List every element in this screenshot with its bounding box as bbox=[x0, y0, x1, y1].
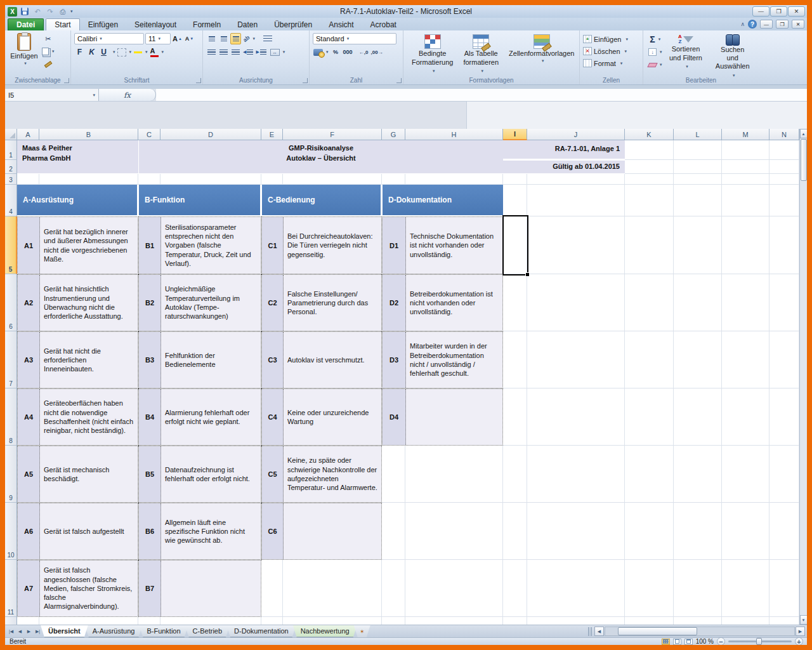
fill-color-icon[interactable]: ▾ bbox=[133, 46, 148, 58]
increase-indent-icon[interactable]: ▶ bbox=[255, 46, 266, 58]
column-header-I[interactable]: I bbox=[503, 129, 527, 140]
cell-C1-desc[interactable]: Bei Durchreicheautoklaven: Die Türen ver… bbox=[284, 217, 381, 274]
workbook-close-button[interactable]: ✕ bbox=[792, 20, 804, 29]
tab-ueberpruefen[interactable]: Überprüfen bbox=[266, 18, 320, 30]
cell-company[interactable]: Maas & PeitherPharma GmbH bbox=[17, 140, 138, 173]
horizontal-scroll-thumb[interactable] bbox=[618, 627, 697, 635]
column-header-K[interactable]: K bbox=[625, 129, 674, 140]
cell-C2[interactable]: C2 bbox=[262, 275, 284, 331]
cell-B7-desc[interactable] bbox=[161, 560, 261, 616]
category-ausruestung[interactable]: A-Ausrüstung bbox=[17, 185, 137, 215]
cell-A1-desc[interactable]: Gerät hat bezüglich innerer und äußerer … bbox=[40, 217, 138, 274]
cell-C6[interactable]: C6 bbox=[262, 503, 284, 559]
cell-B6-desc[interactable]: Allgemein läuft eine spezifische Funktio… bbox=[161, 503, 261, 559]
bold-button[interactable]: F bbox=[74, 46, 85, 58]
active-cell-selection[interactable] bbox=[502, 215, 528, 275]
alignment-dialog-launcher[interactable] bbox=[303, 78, 308, 83]
comma-style-icon[interactable]: 000 bbox=[343, 46, 353, 58]
zoom-slider[interactable] bbox=[728, 640, 792, 642]
cell-C4[interactable]: C4 bbox=[262, 389, 284, 445]
align-left-icon[interactable] bbox=[206, 46, 217, 58]
column-header-D[interactable]: D bbox=[160, 129, 261, 140]
row-header-11[interactable]: 11 bbox=[5, 560, 17, 617]
font-size-combo[interactable]: 11▾ bbox=[145, 33, 171, 44]
insert-cells-button[interactable]: +Einfügen▾ bbox=[583, 33, 640, 45]
vertical-scroll-thumb[interactable] bbox=[801, 139, 807, 181]
italic-button[interactable]: K bbox=[86, 46, 97, 58]
cell-B5[interactable]: B5 bbox=[139, 446, 161, 502]
column-header-B[interactable]: B bbox=[39, 129, 138, 140]
number-dialog-launcher[interactable] bbox=[396, 78, 402, 83]
cell-C1[interactable]: C1 bbox=[262, 217, 284, 274]
cell-C6-desc[interactable] bbox=[284, 503, 381, 559]
cell-C3-desc[interactable]: Autoklav ist verschmutzt. bbox=[284, 332, 381, 388]
vertical-scrollbar[interactable]: ▲ ▼ bbox=[799, 129, 807, 625]
sheet-tab-uebersicht[interactable]: Übersicht bbox=[41, 625, 88, 637]
paste-button[interactable]: Einfügen ▾ bbox=[8, 33, 40, 70]
row-header-9[interactable]: 9 bbox=[5, 446, 17, 503]
tab-datei[interactable]: Datei bbox=[8, 18, 44, 30]
autosum-icon[interactable]: Σ▾ bbox=[648, 34, 663, 45]
cell-C5[interactable]: C5 bbox=[262, 446, 284, 502]
cell-A6-desc[interactable]: Gerät ist falsch aufgestellt bbox=[40, 503, 138, 559]
horizontal-scrollbar[interactable]: ◀ ▶ bbox=[588, 625, 807, 637]
number-format-combo[interactable]: Standard▾ bbox=[313, 33, 396, 44]
zoom-slider-thumb[interactable] bbox=[756, 638, 762, 645]
cell-B4-desc[interactable]: Alarmierung fehlerhaft oder erfolgt nich… bbox=[161, 389, 261, 445]
wrap-text-icon[interactable] bbox=[262, 33, 273, 44]
minimize-ribbon-icon[interactable]: ∧ bbox=[740, 21, 745, 27]
cell-B7[interactable]: B7 bbox=[139, 560, 161, 616]
percent-style-icon[interactable]: % bbox=[331, 46, 341, 58]
cell-C4-desc[interactable]: Keine oder unzureichende Wartung bbox=[284, 389, 381, 445]
borders-icon[interactable]: ▾ bbox=[117, 46, 133, 58]
font-color-icon[interactable]: A▾ bbox=[150, 46, 165, 58]
orientation-icon[interactable]: ab▾ bbox=[242, 33, 256, 44]
clear-icon[interactable]: ▾ bbox=[648, 59, 663, 70]
horizontal-scroll-track[interactable] bbox=[605, 627, 795, 636]
font-dialog-launcher[interactable] bbox=[196, 78, 201, 83]
find-select-button[interactable]: Suchen und Auswählen ▾ bbox=[709, 33, 756, 80]
select-all-corner[interactable] bbox=[5, 129, 17, 140]
cell-C2-desc[interactable]: Falsche Einstellungen/ Parametrierung du… bbox=[284, 275, 381, 331]
decrease-decimal-icon[interactable]: ,00→ bbox=[370, 46, 384, 58]
tab-split-handle[interactable] bbox=[588, 627, 592, 636]
undo-icon[interactable]: ↶ bbox=[32, 7, 43, 17]
cell-D4[interactable]: D4 bbox=[383, 389, 406, 445]
row-header-8[interactable]: 8 bbox=[5, 388, 17, 446]
align-right-icon[interactable] bbox=[230, 46, 241, 58]
row-header-1[interactable]: 1 bbox=[5, 140, 17, 160]
tab-einfuegen[interactable]: Einfügen bbox=[80, 18, 126, 30]
cell-A5-desc[interactable]: Gerät ist mechanisch beschädigt. bbox=[40, 446, 138, 502]
fill-icon[interactable]: ↓▾ bbox=[648, 46, 663, 58]
help-icon[interactable]: ? bbox=[748, 20, 757, 29]
tab-seitenlayout[interactable]: Seitenlayout bbox=[126, 18, 185, 30]
category-dokumentation[interactable]: D-Dokumentation bbox=[383, 185, 503, 215]
sheet-tab-b-funktion[interactable]: B-Funktion bbox=[139, 625, 188, 637]
cell-C3[interactable]: C3 bbox=[262, 332, 284, 388]
cell-D3[interactable]: D3 bbox=[383, 332, 406, 388]
accounting-format-icon[interactable]: ▾ bbox=[313, 46, 329, 58]
decrease-indent-icon[interactable]: ◀ bbox=[242, 46, 254, 58]
cell-B4[interactable]: B4 bbox=[139, 389, 161, 445]
zoom-level[interactable]: 100 % bbox=[696, 638, 714, 645]
scroll-left-icon[interactable]: ◀ bbox=[594, 627, 604, 636]
name-box[interactable]: I5▾ bbox=[5, 89, 99, 101]
row-header-2[interactable]: 2 bbox=[5, 160, 17, 174]
row-header-10[interactable]: 10 bbox=[5, 503, 17, 560]
clipboard-dialog-launcher[interactable] bbox=[64, 78, 69, 83]
scroll-down-icon[interactable]: ▼ bbox=[800, 615, 808, 625]
print-preview-icon[interactable]: ⎙ bbox=[58, 7, 68, 17]
row-header-6[interactable]: 6 bbox=[5, 274, 17, 331]
first-sheet-icon[interactable]: |◀ bbox=[7, 627, 15, 636]
cell-D1-desc[interactable]: Technische Dokumentation ist nicht vorha… bbox=[406, 217, 502, 274]
cell-B3-desc[interactable]: Fehlfunktion der Bedienelemente bbox=[161, 332, 261, 388]
sheet-tab-a-ausruestung[interactable]: A-Ausrüstung bbox=[85, 625, 143, 637]
row-header-7[interactable]: 7 bbox=[5, 331, 17, 388]
page-break-view-icon[interactable] bbox=[684, 639, 693, 645]
cell-B5-desc[interactable]: Datenaufzeichnung ist fehlerhaft oder er… bbox=[161, 446, 261, 502]
column-header-F[interactable]: F bbox=[283, 129, 382, 140]
column-header-E[interactable]: E bbox=[261, 129, 283, 140]
cell-B1-desc[interactable]: Sterilisationsparameter entsprechen nich… bbox=[161, 217, 261, 274]
normal-view-icon[interactable] bbox=[662, 639, 670, 645]
cell-A2-desc[interactable]: Gerät hat hinsichtlich Instrumentierung … bbox=[40, 275, 138, 331]
